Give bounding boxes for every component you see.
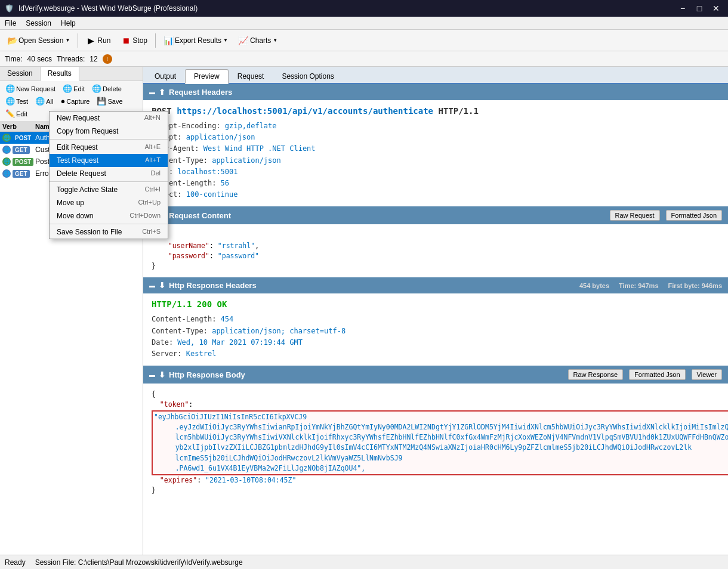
stop-label: Stop <box>132 36 147 45</box>
main-toolbar: 📂 Open Session ▼ ▶ Run ⏹ Stop 📊 Export R… <box>0 30 728 51</box>
open-session-button[interactable]: 📂 Open Session ▼ <box>2 32 75 49</box>
left-edit-icon: 🌐 <box>63 84 72 93</box>
cm-move-down-shortcut: Ctrl+Down <box>129 212 161 220</box>
right-panel: Output Preview Request Session Options ▬… <box>143 67 728 555</box>
header-content-length: Content-Length: 56 <box>152 178 720 189</box>
time-stat: Time: 947ms <box>619 282 658 289</box>
edit2-button[interactable]: ✏️ Edit <box>2 108 30 119</box>
left-edit-button[interactable]: 🌐 Edit <box>60 83 88 94</box>
response-body-section: ▬ ⬇ Http Response Body Raw Response Form… <box>143 366 728 502</box>
response-body-header[interactable]: ▬ ⬇ Http Response Body Raw Response Form… <box>143 366 728 384</box>
save-button[interactable]: 💾 Save <box>94 95 125 107</box>
cm-test-request[interactable]: Test Request Alt+T <box>50 154 168 167</box>
cm-divider-2 <box>50 181 168 182</box>
cm-save-session[interactable]: Save Session to File Ctrl+S <box>50 225 168 239</box>
app-icon: 🛡️ <box>5 4 14 13</box>
request-content-title: Request Content <box>169 211 231 220</box>
cm-edit-request-label: Edit Request <box>57 143 98 151</box>
request-content-header[interactable]: ▬ ⬆ Request Content Raw Request Formatte… <box>143 206 728 224</box>
cm-new-request[interactable]: New Request Alt+N <box>50 112 168 125</box>
request-json: { "userName": "rstrahl", "password": "pa… <box>152 230 720 271</box>
tab-output[interactable]: Output <box>146 69 185 83</box>
token-highlight-box: "eyJhbGciOiJIUzI1NiIsInR5cCI6IkpXVCJ9 .e… <box>152 410 728 476</box>
cm-toggle-active-label: Toggle Active State <box>57 185 118 194</box>
request-headers-section: ▬ ⬆ Request Headers POST https://localho… <box>143 84 728 206</box>
verb-badge-3: GET <box>13 170 30 178</box>
menu-session[interactable]: Session <box>21 17 56 29</box>
cm-divider-1 <box>50 139 168 140</box>
verb-badge-0: POST <box>13 134 33 142</box>
cm-copy-from-request[interactable]: Copy from Request <box>50 125 168 138</box>
time-value: 40 secs <box>27 55 52 63</box>
cm-test-shortcut: Alt+T <box>145 156 161 165</box>
request-headers-title: Request Headers <box>169 88 232 97</box>
tab-request[interactable]: Request <box>229 69 273 83</box>
raw-response-button[interactable]: Raw Response <box>568 369 624 380</box>
status-text: Ready <box>5 558 26 567</box>
stop-button[interactable]: ⏹ Stop <box>116 32 152 49</box>
header-host: Host: localhost:5001 <box>152 166 720 178</box>
test-icon: 🌐 <box>5 97 15 106</box>
open-session-dropdown-icon: ▼ <box>65 38 70 43</box>
cm-toggle-active[interactable]: Toggle Active State Ctrl+I <box>50 183 168 196</box>
right-tab-strip: Output Preview Request Session Options <box>143 67 728 84</box>
delete-button[interactable]: 🌐 Delete <box>89 83 125 94</box>
response-json: { "token": "eyJhbGciOiJIUzI1NiIsInR5cCI6… <box>152 389 720 496</box>
all-button[interactable]: 🌐 All <box>32 95 56 107</box>
verb-badge-2: POST <box>13 158 33 166</box>
minimize-button[interactable]: − <box>675 2 690 14</box>
viewer-button[interactable]: Viewer <box>692 369 722 380</box>
cm-edit-request[interactable]: Edit Request Alt+E <box>50 141 168 154</box>
capture-button[interactable]: ● Capture <box>57 95 92 107</box>
token-value-line5: lcmImeS5jb20iLCJhdWQiOiJodHRwczovL2lkVmV… <box>154 454 403 462</box>
response-status: HTTP/1.1 200 OK <box>152 299 720 309</box>
menu-file[interactable]: File <box>0 17 21 29</box>
cm-copy-from-request-label: Copy from Request <box>57 127 118 135</box>
formatted-json-response-button[interactable]: Formatted Json <box>629 369 685 380</box>
tab-preview[interactable]: Preview <box>185 69 229 84</box>
response-body-content: { "token": "eyJhbGciOiJIUzI1NiIsInR5cCI6… <box>143 384 728 502</box>
new-request-button[interactable]: 🌐 New Request <box>2 83 58 94</box>
cm-new-request-label: New Request <box>57 114 100 122</box>
response-headers-content: HTTP/1.1 200 OK Content-Length: 454 Cont… <box>143 293 728 366</box>
menu-help[interactable]: Help <box>56 17 81 29</box>
first-byte-stat: First byte: 946ms <box>668 282 722 289</box>
http-version: HTTP/1.1 <box>438 106 478 116</box>
threads-label: Threads: <box>57 55 85 63</box>
header-accept: Accept: application/json <box>152 132 720 143</box>
toolbar-separator-1 <box>78 33 78 48</box>
response-headers-header[interactable]: ▬ ⬇ Http Response Headers 454 bytes Time… <box>143 277 728 293</box>
cm-move-up-label: Move up <box>57 199 84 207</box>
tab-session-options[interactable]: Session Options <box>273 69 343 83</box>
bytes-stat: 454 bytes <box>579 282 609 289</box>
cm-delete-shortcut: Del <box>150 169 161 178</box>
run-button[interactable]: ▶ Run <box>81 32 115 49</box>
tab-results[interactable]: Results <box>41 67 79 81</box>
formatted-json-request-button[interactable]: Formatted Json <box>666 210 722 221</box>
expires-value: "2021-03-10T08:04:45Z" <box>205 476 296 484</box>
toolbar-separator-2 <box>155 33 156 48</box>
tab-session[interactable]: Session <box>0 67 41 81</box>
http-url: https://localhost:5001/api/v1/accounts/a… <box>177 106 433 116</box>
test-button[interactable]: 🌐 Test <box>2 95 31 107</box>
run-icon: ▶ <box>86 36 95 45</box>
cm-delete-request[interactable]: Delete Request Del <box>50 167 168 180</box>
close-button[interactable]: ✕ <box>709 2 723 14</box>
token-value-line4: yb2xlIjpbIlvzZXIiLCJBZG1pbmlzdHJhdG9yIl0… <box>154 443 692 452</box>
time-bar: Time: 40 secs Threads: 12 ! <box>0 51 728 67</box>
maximize-button[interactable]: □ <box>692 2 707 14</box>
cm-move-up[interactable]: Move up Ctrl+Up <box>50 196 168 209</box>
cm-delete-request-label: Delete Request <box>57 169 106 178</box>
delete-icon: 🌐 <box>92 84 101 93</box>
charts-button[interactable]: 📈 Charts ▼ <box>234 32 282 49</box>
export-results-button[interactable]: 📊 Export Results ▼ <box>159 32 233 49</box>
request-content-section: ▬ ⬆ Request Content Raw Request Formatte… <box>143 206 728 277</box>
all-icon: 🌐 <box>35 97 45 106</box>
request-headers-header[interactable]: ▬ ⬆ Request Headers <box>143 84 728 100</box>
cm-move-down[interactable]: Move down Ctrl+Down <box>50 209 168 222</box>
row-icon-2: 🌐 <box>2 157 11 166</box>
request-content-body: { "userName": "rstrahl", "password": "pa… <box>143 224 728 277</box>
raw-request-button[interactable]: Raw Request <box>610 210 660 221</box>
row-icon-1: 🌐 <box>2 146 11 154</box>
token-value-line2: .eyJzdWIiOiJyc3RyYWhsIiwianRpIjoiYmNkYjB… <box>154 423 728 431</box>
